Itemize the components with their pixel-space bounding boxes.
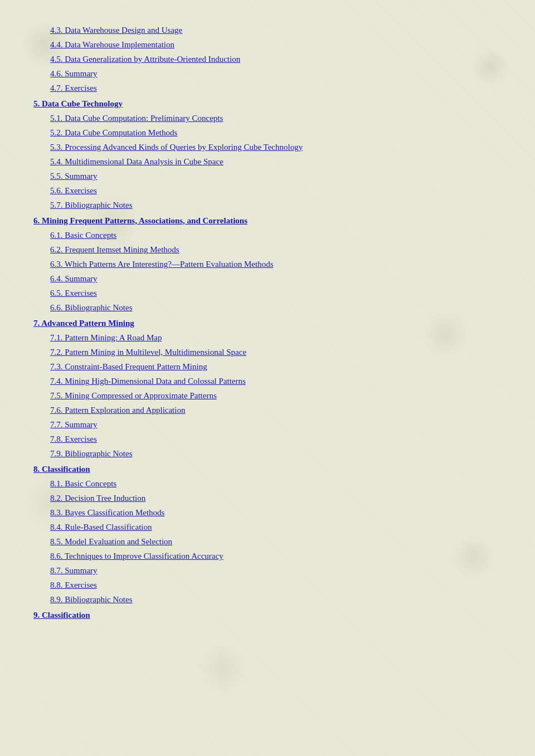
toc-item: 7. Advanced Pattern Mining [33, 316, 502, 330]
toc-link[interactable]: 5.1. Data Cube Computation: Preliminary … [50, 114, 223, 123]
toc-link[interactable]: 6.6. Bibliographic Notes [50, 303, 132, 312]
toc-link[interactable]: 5.3. Processing Advanced Kinds of Querie… [50, 143, 303, 152]
toc-item: 5.3. Processing Advanced Kinds of Querie… [50, 140, 502, 154]
toc-item: 5.7. Bibliographic Notes [50, 198, 502, 212]
toc-list: 4.3. Data Warehouse Design and Usage4.4.… [33, 23, 502, 622]
toc-link[interactable]: 5. Data Cube Technology [33, 99, 123, 108]
toc-link[interactable]: 4.3. Data Warehouse Design and Usage [50, 26, 182, 35]
toc-item: 7.6. Pattern Exploration and Application [50, 403, 502, 417]
toc-item: 5. Data Cube Technology [33, 97, 502, 110]
toc-item: 4.5. Data Generalization by Attribute-Or… [50, 52, 502, 66]
toc-link[interactable]: 6.1. Basic Concepts [50, 231, 116, 240]
toc-item: 4.6. Summary [50, 67, 502, 80]
toc-item: 8.3. Bayes Classification Methods [50, 506, 502, 519]
toc-item: 7.7. Summary [50, 418, 502, 431]
toc-link[interactable]: 8.2. Decision Tree Induction [50, 494, 145, 503]
toc-link[interactable]: 7.4. Mining High-Dimensional Data and Co… [50, 377, 246, 386]
toc-link[interactable]: 5.5. Summary [50, 172, 98, 181]
toc-item: 8.9. Bibliographic Notes [50, 593, 502, 606]
toc-link[interactable]: 7.6. Pattern Exploration and Application [50, 406, 185, 414]
toc-item: 8.2. Decision Tree Induction [50, 491, 502, 505]
toc-item: 8.6. Techniques to Improve Classificatio… [50, 549, 502, 563]
toc-item: 8.7. Summary [50, 564, 502, 577]
toc-link[interactable]: 6.5. Exercises [50, 289, 97, 297]
toc-link[interactable]: 8.8. Exercises [50, 581, 97, 589]
toc-link[interactable]: 7.7. Summary [50, 420, 98, 429]
toc-link[interactable]: 8. Classification [33, 465, 90, 474]
toc-link[interactable]: 7.2. Pattern Mining in Multilevel, Multi… [50, 348, 246, 357]
toc-link[interactable]: 7.1. Pattern Mining: A Road Map [50, 333, 162, 342]
toc-item: 5.4. Multidimensional Data Analysis in C… [50, 155, 502, 168]
toc-item: 7.5. Mining Compressed or Approximate Pa… [50, 389, 502, 402]
toc-content: 4.3. Data Warehouse Design and Usage4.4.… [33, 23, 502, 622]
toc-item: 8.5. Model Evaluation and Selection [50, 535, 502, 548]
toc-item: 6.6. Bibliographic Notes [50, 301, 502, 314]
toc-link[interactable]: 6.4. Summary [50, 274, 98, 283]
toc-item: 6.4. Summary [50, 272, 502, 285]
toc-item: 6.3. Which Patterns Are Interesting?—Pat… [50, 257, 502, 271]
toc-item: 6.5. Exercises [50, 286, 502, 300]
toc-link[interactable]: 8.6. Techniques to Improve Classificatio… [50, 552, 223, 560]
toc-link[interactable]: 7.5. Mining Compressed or Approximate Pa… [50, 391, 217, 400]
toc-item: 9. Classification [33, 608, 502, 622]
toc-link[interactable]: 9. Classification [33, 611, 90, 620]
toc-link[interactable]: 6.2. Frequent Itemset Mining Methods [50, 245, 179, 254]
toc-item: 7.9. Bibliographic Notes [50, 447, 502, 460]
toc-item: 8.4. Rule-Based Classification [50, 520, 502, 534]
toc-link[interactable]: 4.6. Summary [50, 69, 98, 78]
toc-link[interactable]: 6. Mining Frequent Patterns, Association… [33, 216, 247, 225]
toc-item: 8. Classification [33, 462, 502, 476]
toc-link[interactable]: 8.1. Basic Concepts [50, 479, 116, 488]
toc-item: 8.1. Basic Concepts [50, 477, 502, 490]
toc-item: 8.8. Exercises [50, 578, 502, 592]
toc-item: 6.1. Basic Concepts [50, 228, 502, 242]
toc-link[interactable]: 8.9. Bibliographic Notes [50, 595, 132, 604]
toc-item: 7.3. Constraint-Based Frequent Pattern M… [50, 360, 502, 373]
toc-item: 7.1. Pattern Mining: A Road Map [50, 331, 502, 344]
toc-item: 7.2. Pattern Mining in Multilevel, Multi… [50, 345, 502, 359]
toc-link[interactable]: 7. Advanced Pattern Mining [33, 319, 134, 328]
toc-item: 4.4. Data Warehouse Implementation [50, 38, 502, 51]
toc-link[interactable]: 4.4. Data Warehouse Implementation [50, 40, 174, 49]
toc-item: 6. Mining Frequent Patterns, Association… [33, 214, 502, 227]
toc-item: 5.1. Data Cube Computation: Preliminary … [50, 111, 502, 125]
toc-link[interactable]: 8.3. Bayes Classification Methods [50, 508, 164, 517]
toc-link[interactable]: 4.7. Exercises [50, 84, 97, 92]
toc-link[interactable]: 5.7. Bibliographic Notes [50, 201, 132, 209]
toc-item: 6.2. Frequent Itemset Mining Methods [50, 243, 502, 256]
toc-link[interactable]: 7.9. Bibliographic Notes [50, 449, 132, 458]
toc-link[interactable]: 8.7. Summary [50, 566, 98, 575]
toc-link[interactable]: 8.4. Rule-Based Classification [50, 523, 152, 531]
toc-item: 5.6. Exercises [50, 184, 502, 197]
toc-link[interactable]: 8.5. Model Evaluation and Selection [50, 537, 172, 546]
toc-item: 7.8. Exercises [50, 432, 502, 446]
toc-item: 5.5. Summary [50, 169, 502, 183]
toc-item: 7.4. Mining High-Dimensional Data and Co… [50, 374, 502, 388]
toc-item: 4.3. Data Warehouse Design and Usage [50, 23, 502, 37]
toc-item: 5.2. Data Cube Computation Methods [50, 126, 502, 139]
toc-item: 4.7. Exercises [50, 81, 502, 95]
toc-link[interactable]: 5.4. Multidimensional Data Analysis in C… [50, 157, 223, 166]
toc-link[interactable]: 6.3. Which Patterns Are Interesting?—Pat… [50, 260, 273, 269]
toc-link[interactable]: 7.8. Exercises [50, 435, 97, 443]
toc-link[interactable]: 7.3. Constraint-Based Frequent Pattern M… [50, 362, 207, 371]
toc-link[interactable]: 4.5. Data Generalization by Attribute-Or… [50, 55, 240, 64]
toc-link[interactable]: 5.6. Exercises [50, 186, 97, 195]
toc-link[interactable]: 5.2. Data Cube Computation Methods [50, 128, 177, 137]
